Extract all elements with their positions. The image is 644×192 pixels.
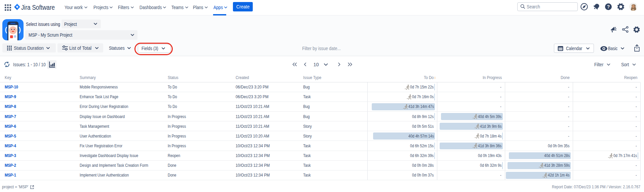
svg-text:?: ? [607, 4, 610, 9]
